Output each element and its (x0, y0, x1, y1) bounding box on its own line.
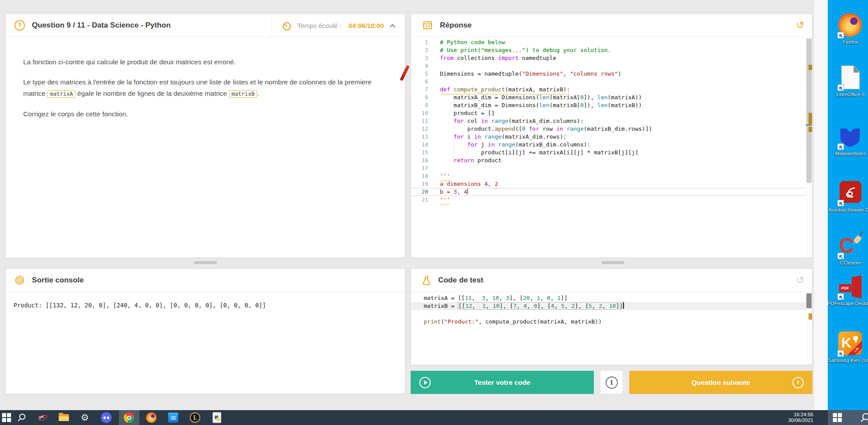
shortcut-arrow-icon (837, 253, 844, 259)
league-of-legends-icon[interactable]: L (190, 412, 200, 423)
file-explorer-icon[interactable] (59, 414, 69, 421)
code-token: ( (441, 318, 444, 325)
settings-gear-icon[interactable]: ⚙ (81, 413, 89, 422)
test-scrollbar[interactable] (806, 293, 812, 365)
code-token: ''' (440, 173, 450, 179)
code-token: ]] (561, 295, 568, 301)
code-line: 12 product.append([0 for row in range(ma… (411, 125, 806, 133)
code-editor[interactable]: 1# Python code below2# Use print("messag… (411, 38, 812, 258)
code-token: , (485, 295, 492, 301)
test-code-line: matrixA = [[11, 3, 10, 3], [20, 1, 0, 1]… (411, 294, 806, 302)
timer[interactable]: Temps écoulé : 04:06/10:00 (271, 14, 405, 37)
reset-code-icon[interactable]: ↺ (796, 21, 804, 30)
code-token: 1 (537, 295, 540, 301)
code-line: 11 for col in range(matrixA_dim.columns)… (411, 117, 806, 125)
snipping-tool-icon[interactable]: ✂ (38, 412, 48, 423)
console-panel: Sortie console Product: [[132, 12, 20, 0… (5, 268, 405, 394)
desktop-icon-acrobat[interactable]: Acrobat Reader DC (830, 180, 868, 213)
scrollbar-thumb[interactable] (806, 38, 812, 183)
code-line: 19a dimensions 4, 2 (411, 180, 806, 188)
taskbar-clock[interactable]: 16:24:55 30/06/2021 (788, 412, 813, 423)
line-content: # Python code below (428, 39, 505, 45)
desktop-icon-samsung-kies[interactable]: K Lite Samsung Kies (Lite) (830, 331, 868, 363)
start-button-second[interactable] (833, 413, 842, 422)
ccleaner-brush (853, 235, 862, 244)
code-line: 1# Python code below (411, 38, 806, 46)
line-number: 8 (411, 94, 428, 101)
panel-resize-grip[interactable] (194, 261, 217, 264)
mail-icon[interactable]: ✉ (168, 413, 178, 423)
line-content: ''' (428, 173, 450, 179)
test-code-lines: matrixA = [[11, 3, 10, 3], [20, 1, 0, 1]… (411, 293, 806, 365)
code-token: , (551, 295, 558, 301)
editor-scrollbar[interactable] (806, 38, 812, 258)
search-icon-second[interactable] (860, 412, 868, 423)
code-token: , (540, 295, 547, 301)
chevron-up-icon[interactable] (390, 24, 395, 30)
code-line: 8 matrixA_dim = Dimensions(len(matrixA[0… (411, 94, 806, 101)
test-panel-header: Code de test ↺ (411, 269, 812, 292)
code-token: 10 (609, 302, 616, 310)
discord-icon[interactable] (101, 412, 112, 423)
desktop-icon-firefox[interactable]: Firefox (830, 13, 868, 45)
panel-resize-grip[interactable] (602, 261, 624, 264)
code-token: b = 3, 4 (440, 188, 467, 195)
chrome-icon[interactable] (124, 412, 134, 423)
test-code-button[interactable]: Tester votre code (411, 371, 594, 394)
line-number: 18 (411, 172, 428, 180)
line-content: from collections import namedtuple (428, 55, 556, 61)
question-body: La fonction ci-contre qui calcule le pro… (6, 37, 401, 120)
line-number: 4 (411, 62, 428, 70)
line-content: product[i][j] += matrixA[i][j] * matrixB… (428, 149, 638, 156)
code-line: 18''' (411, 172, 806, 180)
desktop-icon-libreoffice[interactable]: LibreOffice 6 (830, 66, 868, 98)
line-content: b = 3, 4 (428, 188, 468, 195)
line-content: Dimensions = namedtuple("Dimensions", "c… (428, 70, 621, 77)
test-code-line: matrixB = [[12, 1, 10], [7, 4, 0], [4, 5… (411, 302, 806, 310)
info-button[interactable]: i (600, 371, 623, 394)
reset-test-code-icon[interactable]: ↺ (796, 275, 804, 285)
search-icon[interactable] (17, 413, 27, 422)
code-token: 10 (493, 302, 500, 310)
code-token: 2 (599, 302, 602, 310)
code-token (481, 133, 485, 140)
next-question-button[interactable]: Question suivante › (629, 371, 812, 394)
desktop: Firefox LibreOffice 6 Malwarebytes Acrob… (828, 0, 868, 410)
line-content (428, 63, 440, 69)
code-token: def (440, 86, 450, 93)
code-token: ], [ (509, 295, 523, 301)
code-token: append (495, 125, 515, 132)
line-number: 10 (411, 109, 428, 117)
code-token: 0 (522, 125, 526, 132)
line-number: 17 (411, 164, 428, 172)
desktop-icon-pdfescape[interactable]: PDF PDFescape Desktop (830, 275, 868, 307)
question-text: égale le nombre de lignes de la deuxième… (76, 90, 229, 97)
response-title: Réponse (440, 21, 472, 30)
test-button-label: Tester votre code (474, 379, 530, 387)
code-token: # Python code below (440, 39, 505, 45)
test-code-editor[interactable]: matrixA = [[11, 3, 10, 3], [20, 1, 0, 1]… (411, 293, 812, 365)
start-button[interactable] (2, 413, 11, 422)
line-content (428, 78, 440, 85)
line-number: 15 (411, 149, 428, 157)
firefox-taskbar-icon[interactable] (146, 412, 157, 423)
code-token: len (597, 102, 607, 108)
code-token: , (554, 302, 561, 310)
line-content: for i in range(matrixA_dim.rows): (428, 133, 567, 140)
desktop-icon-malwarebytes[interactable]: Malwarebytes (830, 125, 868, 157)
code-token: , (602, 302, 609, 310)
code-token (440, 118, 453, 124)
page-scrollbar-strip[interactable] (813, 0, 828, 410)
line-content: product = [] (428, 110, 495, 116)
question-title: Question 9 / 11 - Data Science - Python (32, 21, 171, 30)
scrollbar-thumb[interactable] (806, 293, 812, 308)
code-line: 3from collections import namedtuple (411, 54, 806, 62)
code-token: 1 (482, 302, 486, 310)
code-token: 5 (561, 302, 565, 310)
desktop-icon-ccleaner[interactable]: C CCleaner (830, 234, 868, 266)
code-token: (matrixA_dim.columns): (509, 118, 584, 124)
python-file-icon[interactable] (213, 412, 221, 423)
taskbar-second-monitor (828, 410, 868, 425)
code-token: in (488, 141, 495, 148)
line-content: # Use print("messages...") to debug your… (428, 47, 611, 53)
